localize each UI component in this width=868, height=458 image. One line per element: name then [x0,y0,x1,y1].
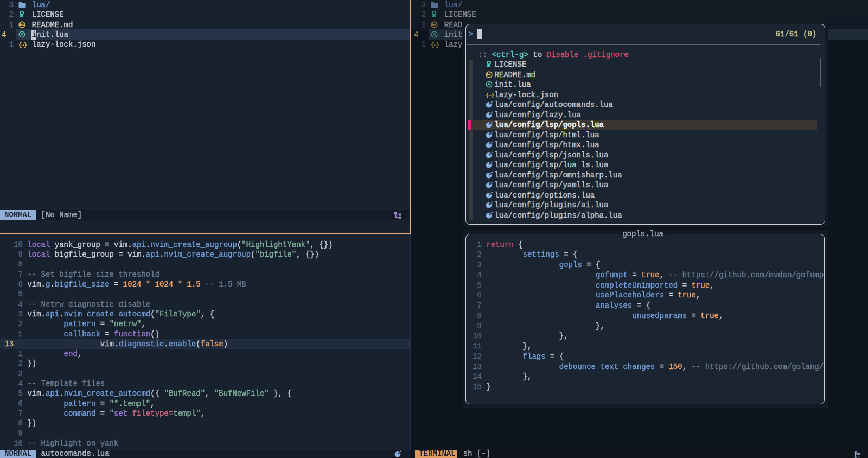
svg-text:{··}: {··} [18,41,27,48]
svg-text:{··}: {··} [486,92,494,98]
svg-text:{··}: {··} [431,41,439,48]
